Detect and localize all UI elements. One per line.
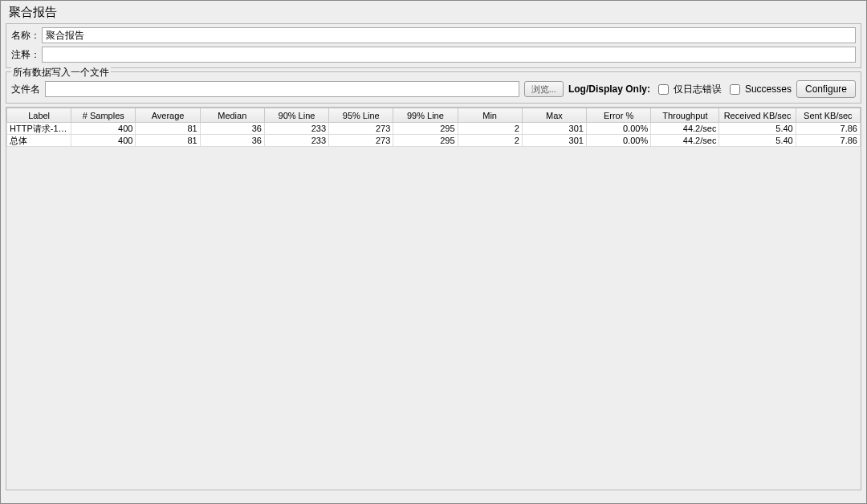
configure-button[interactable]: Configure bbox=[796, 80, 856, 98]
cell-p95: 273 bbox=[329, 123, 393, 135]
header-fields: 名称： 注释： bbox=[6, 23, 861, 68]
cell-label: 总体 bbox=[7, 135, 71, 147]
cell-p99: 295 bbox=[393, 135, 458, 147]
aggregate-report-panel: 聚合报告 名称： 注释： 所有数据写入一个文件 文件名 浏览... Log/Di… bbox=[0, 0, 867, 504]
cell-p99: 295 bbox=[393, 123, 458, 135]
filename-input[interactable] bbox=[45, 81, 519, 97]
cell-average: 81 bbox=[136, 135, 200, 147]
name-label: 名称： bbox=[11, 29, 42, 43]
col-samples[interactable]: # Samples bbox=[71, 108, 136, 123]
errors-checkbox[interactable] bbox=[658, 84, 669, 95]
cell-throughput: 44.2/sec bbox=[651, 123, 719, 135]
cell-max: 301 bbox=[522, 123, 586, 135]
name-input[interactable] bbox=[42, 27, 856, 43]
comment-input[interactable] bbox=[42, 47, 856, 63]
col-p99[interactable]: 99% Line bbox=[393, 108, 458, 123]
col-average[interactable]: Average bbox=[136, 108, 200, 123]
cell-min: 2 bbox=[458, 135, 522, 147]
successes-checkbox[interactable] bbox=[730, 84, 740, 95]
successes-checkbox-wrapper[interactable]: Successes bbox=[727, 82, 792, 97]
cell-median: 36 bbox=[200, 123, 264, 135]
write-to-file-legend: 所有数据写入一个文件 bbox=[11, 66, 111, 79]
cell-error: 0.00% bbox=[586, 123, 650, 135]
col-sent[interactable]: Sent KB/sec bbox=[796, 108, 860, 123]
cell-min: 2 bbox=[458, 123, 522, 135]
col-recv[interactable]: Received KB/sec bbox=[719, 108, 796, 123]
cell-max: 301 bbox=[522, 135, 586, 147]
cell-error: 0.00% bbox=[586, 135, 650, 147]
col-error[interactable]: Error % bbox=[586, 108, 650, 123]
col-p95[interactable]: 95% Line bbox=[329, 108, 393, 123]
col-throughput[interactable]: Throughput bbox=[651, 108, 719, 123]
col-p90[interactable]: 90% Line bbox=[264, 108, 328, 123]
col-min[interactable]: Min bbox=[458, 108, 522, 123]
cell-p90: 233 bbox=[264, 135, 328, 147]
filename-label: 文件名 bbox=[11, 83, 40, 96]
errors-checkbox-wrapper[interactable]: 仅日志错误 bbox=[655, 82, 722, 97]
col-max[interactable]: Max bbox=[522, 108, 586, 123]
cell-recv: 5.40 bbox=[719, 123, 796, 135]
write-to-file-group: 所有数据写入一个文件 文件名 浏览... Log/Display Only: 仅… bbox=[6, 71, 861, 104]
col-median[interactable]: Median bbox=[200, 108, 264, 123]
table-row[interactable]: 总体 400 81 36 233 273 295 2 301 0.00% 44.… bbox=[7, 135, 861, 147]
cell-samples: 400 bbox=[71, 123, 136, 135]
successes-checkbox-label: Successes bbox=[745, 83, 792, 95]
cell-throughput: 44.2/sec bbox=[651, 135, 719, 147]
cell-label: HTTP请求-100... bbox=[7, 123, 71, 135]
results-table-container: Label # Samples Average Median 90% Line … bbox=[6, 107, 861, 490]
cell-sent: 7.86 bbox=[796, 123, 860, 135]
browse-button[interactable]: 浏览... bbox=[524, 81, 564, 97]
log-display-only-label: Log/Display Only: bbox=[568, 83, 650, 95]
results-table: Label # Samples Average Median 90% Line … bbox=[6, 108, 861, 147]
col-label[interactable]: Label bbox=[7, 108, 71, 123]
cell-sent: 7.86 bbox=[796, 135, 860, 147]
table-header-row: Label # Samples Average Median 90% Line … bbox=[7, 108, 861, 123]
cell-p90: 233 bbox=[264, 123, 328, 135]
errors-checkbox-label: 仅日志错误 bbox=[674, 83, 722, 96]
cell-recv: 5.40 bbox=[719, 135, 796, 147]
cell-samples: 400 bbox=[71, 135, 136, 147]
cell-average: 81 bbox=[136, 123, 200, 135]
comment-label: 注释： bbox=[11, 48, 42, 62]
table-row[interactable]: HTTP请求-100... 400 81 36 233 273 295 2 30… bbox=[7, 123, 861, 135]
cell-median: 36 bbox=[200, 135, 264, 147]
cell-p95: 273 bbox=[329, 135, 393, 147]
panel-title: 聚合报告 bbox=[6, 4, 861, 23]
